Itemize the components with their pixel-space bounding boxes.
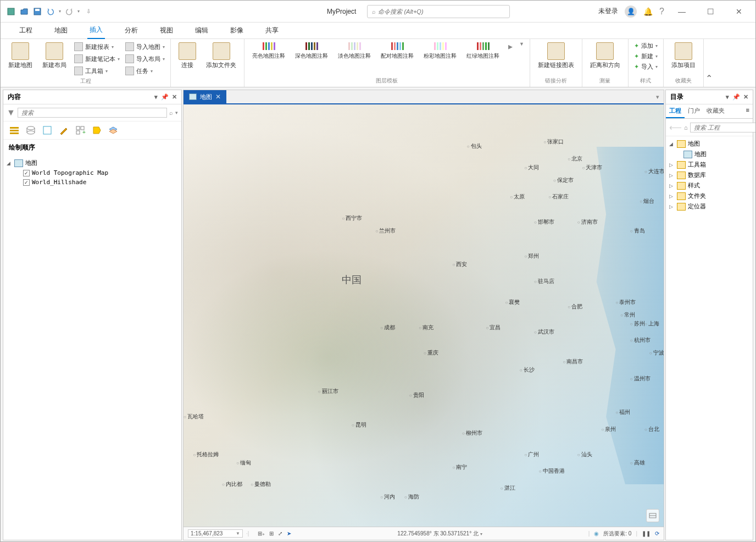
correction-icon[interactable]: ➤ (287, 530, 291, 537)
map-tab-menu-icon[interactable]: ▾ (652, 93, 664, 101)
ribbon-导入地图[interactable]: 导入地图▾ (124, 41, 166, 52)
ribbon-连接[interactable]: 连接 (175, 41, 199, 70)
qat-new-icon[interactable] (6, 7, 16, 16)
menu-影像[interactable]: 影像 (228, 23, 246, 38)
expand-icon[interactable]: ◢ (669, 141, 675, 147)
annot-dropdown-icon[interactable]: ▼ (518, 41, 525, 47)
catalog-child-地图[interactable]: 地图 (669, 149, 749, 159)
list-by-source-icon[interactable] (25, 125, 36, 136)
expand-icon[interactable]: ▷ (669, 193, 675, 199)
expand-icon[interactable]: ▷ (669, 162, 675, 168)
expand-icon[interactable]: ◢ (7, 161, 12, 166)
qat-open-icon[interactable] (19, 7, 29, 16)
map-node[interactable]: ◢ 地图 (7, 158, 178, 168)
selection-icon[interactable]: ◉ (594, 530, 599, 537)
grid-icon[interactable]: ⊞ (269, 530, 274, 537)
style-添加[interactable]: ✦添加▾ (633, 41, 659, 51)
catalog-search-input[interactable] (690, 123, 756, 132)
login-status[interactable]: 未登录 (598, 7, 618, 16)
catalog-tab-工程[interactable]: 工程 (666, 104, 685, 118)
catalog-node-地图[interactable]: ◢地图 (669, 139, 749, 149)
catalog-tab-menu-icon[interactable]: ≡ (743, 104, 753, 118)
annot-more-icon[interactable]: ▸ (506, 41, 515, 52)
menu-分析[interactable]: 分析 (123, 23, 140, 38)
contents-search-input[interactable] (18, 108, 167, 118)
user-icon[interactable]: 👤 (625, 5, 637, 18)
redo-dropdown-icon[interactable]: ▾ (77, 9, 80, 14)
command-search[interactable]: ⌕ (367, 5, 510, 18)
search-options-icon[interactable]: ▾ (175, 110, 178, 115)
list-by-snapping-icon[interactable]: + (75, 125, 86, 136)
menu-地图[interactable]: 地图 (52, 23, 70, 38)
layer-checkbox[interactable]: ✓ (23, 179, 30, 186)
ribbon-添加项目[interactable]: 添加项目 (668, 41, 699, 70)
menu-工程[interactable]: 工程 (17, 23, 35, 38)
catalog-node-文件夹[interactable]: ▷文件夹 (669, 191, 749, 201)
catalog-node-样式[interactable]: ▷样式 (669, 180, 749, 191)
notifications-icon[interactable]: 🔔 (643, 7, 653, 16)
qat-redo-icon[interactable] (64, 7, 74, 16)
ribbon-新建报表[interactable]: 新建报表▾ (73, 41, 121, 52)
back-icon[interactable]: ⟵ (669, 122, 682, 132)
catalog-close-icon[interactable]: ✕ (743, 93, 748, 101)
ribbon-导入布局[interactable]: 导入布局▾ (124, 53, 166, 64)
refresh-icon[interactable]: ⟳ (655, 530, 659, 537)
minimize-button[interactable]: — (671, 3, 693, 20)
catalog-node-定位器[interactable]: ▷定位器 (669, 201, 749, 212)
annot-淡色地图注释[interactable]: 淡色地图注释 (335, 41, 374, 61)
pause-icon[interactable]: ❚❚ (642, 530, 651, 537)
maximize-button[interactable]: ☐ (699, 3, 721, 20)
qat-save-icon[interactable] (32, 7, 42, 16)
catalog-pin-icon[interactable]: 📌 (732, 93, 740, 101)
map-tab-close-icon[interactable]: ✕ (215, 93, 221, 101)
annot-深色地图注释[interactable]: 深色地图注释 (292, 41, 331, 61)
scale-selector[interactable]: 1:15,467,823 ▼ (188, 529, 243, 538)
map-canvas[interactable]: 中国 包头张家口北京大同天津市大连市保定市太原石家庄烟台西宁市邯郸市济南市青岛兰… (184, 104, 664, 527)
list-by-selection-icon[interactable] (42, 125, 53, 136)
annot-粉彩地图注释[interactable]: 粉彩地图注释 (420, 41, 460, 61)
filter-icon[interactable]: ▼ (7, 108, 15, 118)
ribbon-距离和方向[interactable]: 距离和方向 (587, 41, 624, 70)
expand-icon[interactable]: ▷ (669, 183, 675, 189)
map-attribution-icon[interactable] (646, 509, 659, 522)
close-button[interactable]: ✕ (728, 3, 750, 20)
ribbon-新建链接图表[interactable]: 新建链接图表 (535, 41, 577, 70)
search-go-icon[interactable]: ⌕ (169, 109, 173, 116)
annot-红绿地图注释[interactable]: 红绿地图注释 (463, 41, 503, 61)
contents-close-icon[interactable]: ✕ (172, 93, 177, 101)
qat-undo-icon[interactable] (46, 7, 55, 16)
annot-配对地图注释[interactable]: 配对地图注释 (377, 41, 417, 61)
menu-编辑[interactable]: 编辑 (193, 23, 210, 38)
command-search-input[interactable] (378, 8, 505, 15)
contents-pin-icon[interactable]: 📌 (161, 93, 169, 101)
list-by-labeling-icon[interactable] (91, 125, 102, 136)
catalog-tab-收藏夹[interactable]: 收藏夹 (703, 104, 728, 118)
annot-亮色地图注释[interactable]: 亮色地图注释 (249, 41, 288, 61)
contents-options-icon[interactable]: ▾ (154, 93, 158, 101)
snap-icon[interactable]: ⊞₊ (258, 530, 265, 537)
menu-视图[interactable]: 视图 (158, 23, 175, 38)
catalog-options-icon[interactable]: ▾ (726, 93, 729, 101)
ribbon-新建笔记本[interactable]: 新建笔记本▾ (73, 53, 121, 64)
style-新建[interactable]: ✦新建▾ (633, 52, 659, 61)
list-by-editing-icon[interactable] (58, 125, 69, 136)
layer-World_Hillshade[interactable]: ✓World_Hillshade (7, 178, 178, 187)
style-导入[interactable]: ✦导入▾ (633, 62, 659, 71)
menu-插入[interactable]: 插入 (87, 22, 105, 39)
list-by-drawing-order-icon[interactable] (9, 125, 20, 136)
catalog-node-数据库[interactable]: ▷数据库 (669, 170, 749, 180)
expand-icon[interactable]: ▷ (669, 173, 675, 178)
list-by-perspective-icon[interactable] (108, 125, 119, 136)
home-icon[interactable]: ⌂ (684, 124, 688, 131)
ribbon-任务[interactable]: 任务▾ (124, 65, 166, 76)
help-icon[interactable]: ? (659, 7, 664, 16)
undo-dropdown-icon[interactable]: ▾ (59, 9, 61, 14)
map-tab[interactable]: 地图 ✕ (184, 90, 226, 103)
ribbon-collapse-icon[interactable]: ⌃ (704, 39, 715, 87)
qat-customize-icon[interactable]: ⇩ (86, 8, 91, 14)
menu-共享[interactable]: 共享 (263, 23, 281, 38)
ribbon-新建地图[interactable]: 新建地图 (5, 41, 36, 70)
ribbon-新建布局[interactable]: 新建布局 (39, 41, 70, 70)
constraints-icon[interactable]: ⤢ (278, 530, 282, 537)
ribbon-添加文件夹[interactable]: 添加文件夹 (203, 41, 240, 70)
